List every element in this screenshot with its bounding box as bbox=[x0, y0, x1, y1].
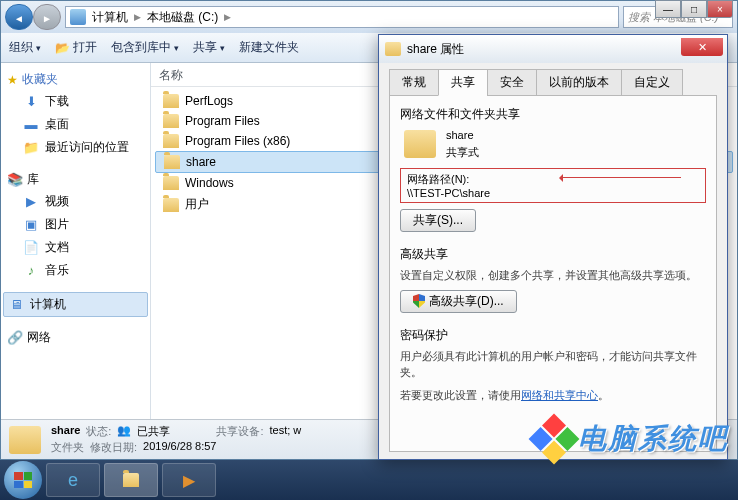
sidebar-favorites-head[interactable]: ★收藏夹 bbox=[3, 69, 148, 90]
details-type: 文件夹 bbox=[51, 440, 84, 455]
section-password-title: 密码保护 bbox=[400, 327, 706, 344]
organize-menu[interactable]: 组织 bbox=[9, 39, 41, 56]
folder-icon bbox=[163, 176, 179, 190]
taskbar: e ▶ bbox=[0, 460, 738, 500]
taskbar-item-media[interactable]: ▶ bbox=[162, 463, 216, 497]
nav-back-button[interactable] bbox=[5, 4, 33, 30]
star-icon: ★ bbox=[7, 73, 18, 87]
folder-icon bbox=[123, 473, 139, 487]
tab-panel-sharing: 网络文件和文件夹共享 share 共享式 网络路径(N): \\TEST-PC\… bbox=[389, 96, 717, 452]
folder-icon bbox=[164, 155, 180, 169]
shield-icon bbox=[413, 294, 425, 308]
password-desc2: 若要更改此设置，请使用网络和共享中心。 bbox=[400, 387, 706, 404]
tab-general[interactable]: 常规 bbox=[389, 69, 439, 96]
download-icon: ⬇ bbox=[23, 94, 39, 110]
breadcrumb-sep: ▶ bbox=[134, 12, 141, 22]
minimize-button[interactable]: — bbox=[655, 0, 681, 18]
network-path-label: 网络路径(N): bbox=[407, 172, 699, 187]
video-icon: ▶ bbox=[23, 194, 39, 210]
details-thumbnail-icon bbox=[9, 426, 41, 454]
folder-icon bbox=[163, 134, 179, 148]
open-button[interactable]: 📂 打开 bbox=[55, 39, 97, 56]
sidebar: ★收藏夹 ⬇下载 ▬桌面 📁最近访问的位置 📚库 ▶视频 ▣图片 📄文档 ♪音乐… bbox=[1, 63, 151, 419]
arrow-left-icon bbox=[14, 8, 24, 26]
recent-icon: 📁 bbox=[23, 140, 39, 156]
password-desc1: 用户必须具有此计算机的用户帐户和密码，才能访问共享文件夹。 bbox=[400, 348, 706, 381]
details-name: share bbox=[51, 424, 80, 439]
start-button[interactable] bbox=[4, 461, 42, 499]
music-icon: ♪ bbox=[23, 263, 39, 279]
watermark-logo-icon bbox=[529, 414, 580, 465]
sidebar-item-downloads[interactable]: ⬇下载 bbox=[3, 90, 148, 113]
folder-icon bbox=[163, 94, 179, 108]
tab-customize[interactable]: 自定义 bbox=[621, 69, 683, 96]
share-name: share bbox=[446, 127, 479, 144]
close-button[interactable]: × bbox=[707, 0, 733, 18]
details-share-device-value: test; w bbox=[269, 424, 301, 439]
dialog-titlebar[interactable]: share 属性 ✕ bbox=[379, 35, 727, 63]
watermark: 电脑系统吧 bbox=[536, 420, 728, 458]
share-button[interactable]: 共享(S)... bbox=[400, 209, 476, 232]
library-icon: 📚 bbox=[7, 172, 23, 188]
drive-icon bbox=[70, 9, 86, 25]
details-status-label: 状态: bbox=[86, 424, 111, 439]
tab-security[interactable]: 安全 bbox=[487, 69, 537, 96]
share-menu[interactable]: 共享 bbox=[193, 39, 225, 56]
include-library-menu[interactable]: 包含到库中 bbox=[111, 39, 179, 56]
desktop-icon: ▬ bbox=[23, 117, 39, 133]
network-icon: 🔗 bbox=[7, 330, 23, 346]
taskbar-item-ie[interactable]: e bbox=[46, 463, 100, 497]
sidebar-item-documents[interactable]: 📄文档 bbox=[3, 236, 148, 259]
details-modified-label: 修改日期: bbox=[90, 440, 137, 455]
sidebar-item-network[interactable]: 🔗网络 bbox=[3, 327, 148, 348]
breadcrumb-sep: ▶ bbox=[224, 12, 231, 22]
sidebar-item-desktop[interactable]: ▬桌面 bbox=[3, 113, 148, 136]
shared-icon: 👥 bbox=[117, 424, 131, 439]
share-thumb-icon bbox=[404, 130, 436, 158]
sidebar-item-computer[interactable]: 🖥计算机 bbox=[3, 292, 148, 317]
document-icon: 📄 bbox=[23, 240, 39, 256]
details-share-device-label: 共享设备: bbox=[216, 424, 263, 439]
nav-forward-button[interactable] bbox=[33, 4, 61, 30]
share-mode: 共享式 bbox=[446, 144, 479, 161]
media-icon: ▶ bbox=[183, 471, 195, 490]
ie-icon: e bbox=[68, 470, 78, 491]
sidebar-item-recent[interactable]: 📁最近访问的位置 bbox=[3, 136, 148, 159]
breadcrumb-drive[interactable]: 本地磁盘 (C:) bbox=[147, 9, 218, 26]
properties-dialog: share 属性 ✕ 常规 共享 安全 以前的版本 自定义 网络文件和文件夹共享… bbox=[378, 34, 728, 460]
folder-icon bbox=[385, 42, 401, 56]
taskbar-item-explorer[interactable] bbox=[104, 463, 158, 497]
titlebar: 计算机 ▶ 本地磁盘 (C:) ▶ 搜索 本地磁盘 (C:) — □ × bbox=[1, 1, 737, 33]
folder-icon bbox=[163, 114, 179, 128]
section-network-sharing-title: 网络文件和文件夹共享 bbox=[400, 106, 706, 123]
dialog-title: share 属性 bbox=[407, 41, 464, 58]
folder-icon bbox=[163, 198, 179, 212]
sidebar-item-music[interactable]: ♪音乐 bbox=[3, 259, 148, 282]
network-path-box: 网络路径(N): \\TEST-PC\share bbox=[400, 168, 706, 203]
address-bar[interactable]: 计算机 ▶ 本地磁盘 (C:) ▶ bbox=[65, 6, 619, 28]
tab-strip: 常规 共享 安全 以前的版本 自定义 bbox=[389, 69, 717, 96]
new-folder-button[interactable]: 新建文件夹 bbox=[239, 39, 299, 56]
tab-previous-versions[interactable]: 以前的版本 bbox=[536, 69, 622, 96]
advanced-sharing-button[interactable]: 高级共享(D)... bbox=[400, 290, 517, 313]
annotation-arrow bbox=[561, 177, 681, 178]
windows-logo-icon bbox=[14, 472, 32, 488]
network-path-value: \\TEST-PC\share bbox=[407, 187, 699, 199]
sidebar-item-pictures[interactable]: ▣图片 bbox=[3, 213, 148, 236]
network-sharing-center-link[interactable]: 网络和共享中心 bbox=[521, 389, 598, 401]
details-modified-value: 2019/6/28 8:57 bbox=[143, 440, 216, 455]
dialog-close-button[interactable]: ✕ bbox=[681, 38, 723, 56]
advanced-sharing-desc: 设置自定义权限，创建多个共享，并设置其他高级共享选项。 bbox=[400, 267, 706, 284]
watermark-text: 电脑系统吧 bbox=[578, 420, 728, 458]
arrow-right-icon bbox=[42, 8, 52, 26]
sidebar-libraries-head[interactable]: 📚库 bbox=[3, 169, 148, 190]
breadcrumb-computer[interactable]: 计算机 bbox=[92, 9, 128, 26]
section-advanced-sharing-title: 高级共享 bbox=[400, 246, 706, 263]
details-status-value: 已共享 bbox=[137, 424, 170, 439]
picture-icon: ▣ bbox=[23, 217, 39, 233]
computer-icon: 🖥 bbox=[8, 297, 24, 313]
sidebar-item-videos[interactable]: ▶视频 bbox=[3, 190, 148, 213]
maximize-button[interactable]: □ bbox=[681, 0, 707, 18]
tab-sharing[interactable]: 共享 bbox=[438, 69, 488, 96]
